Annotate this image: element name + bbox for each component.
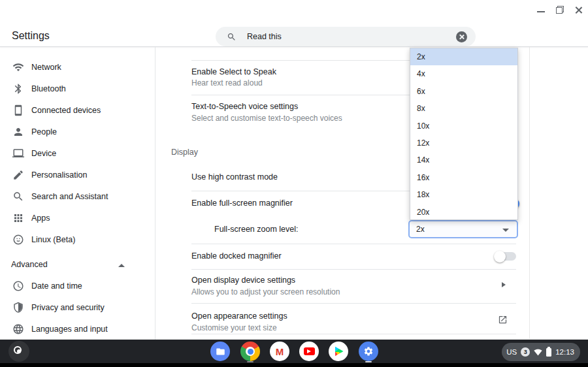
clock-icon (12, 280, 24, 292)
chrome-running-indicator (247, 361, 253, 362)
chromeos-screen: Settings Network Bluetooth Connected dev… (0, 0, 588, 367)
zoom-level-select[interactable]: 2x (408, 220, 518, 238)
search-bar[interactable] (216, 27, 476, 46)
launcher-button[interactable] (8, 341, 29, 362)
appearance-subtitle: Customise your text size (191, 323, 277, 332)
settings-running-indicator (365, 361, 372, 362)
dropdown-option-16x[interactable]: 16x (410, 169, 517, 186)
appearance-title[interactable]: Open appearance settings (191, 311, 287, 321)
zoom-level-label: Full-screen zoom level: (214, 225, 299, 234)
sidebar-item-privacy[interactable]: Privacy and security (0, 299, 150, 316)
close-icon[interactable] (575, 6, 583, 14)
laptop-icon (12, 148, 24, 159)
clock-label: 12:13 (555, 348, 574, 356)
restore-icon[interactable] (556, 6, 564, 14)
dropdown-option-2x[interactable]: 2x (410, 48, 517, 65)
tts-settings-subtitle: Select and customise text-to-speech voic… (191, 114, 342, 123)
search-icon (227, 32, 237, 42)
sidebar-item-network[interactable]: Network (0, 59, 150, 76)
sidebar-item-date-time[interactable]: Date and time (0, 278, 150, 295)
external-link-icon[interactable] (498, 315, 508, 325)
docked-magnifier-title[interactable]: Enable docked magnifier (191, 251, 282, 261)
fullscreen-magnifier-title[interactable]: Enable full-screen magnifier (191, 199, 293, 208)
battery-icon (546, 348, 551, 357)
person-icon (12, 126, 24, 138)
submenu-arrow-icon[interactable] (502, 282, 506, 287)
scrollbar[interactable] (529, 47, 530, 339)
sidebar-item-people[interactable]: People (0, 123, 150, 140)
sidebar-item-languages[interactable]: Languages and input (0, 321, 150, 338)
sidebar-item-personalisation[interactable]: Personalisation (0, 167, 150, 184)
window-controls (537, 4, 583, 16)
status-tray[interactable]: US 3 12:13 (502, 343, 580, 361)
dropdown-option-10x[interactable]: 10x (410, 118, 517, 135)
smartphone-icon (12, 104, 24, 116)
search-icon (12, 191, 24, 202)
penguin-icon (12, 234, 24, 246)
sidebar-item-search-assistant[interactable]: Search and Assistant (0, 188, 150, 205)
sidebar-item-connected-devices[interactable]: Connected devices (0, 102, 150, 119)
toggle-knob (494, 251, 506, 263)
minimize-icon[interactable] (537, 6, 545, 14)
screen-bezel (0, 363, 588, 367)
docked-magnifier-toggle[interactable] (495, 252, 516, 261)
search-input[interactable] (247, 32, 410, 41)
display-device-title[interactable]: Open display device settings (191, 276, 295, 285)
sidebar-item-apps[interactable]: Apps (0, 210, 150, 227)
sidebar-divider (155, 47, 155, 340)
wifi-status-icon (534, 348, 542, 357)
notification-badge: 3 (521, 347, 530, 357)
sidebar-item-linux[interactable]: Linux (Beta) (0, 231, 150, 248)
folder-icon (216, 347, 225, 357)
display-device-subtitle: Allows you to adjust your screen resolut… (191, 287, 340, 296)
dropdown-option-6x[interactable]: 6x (410, 83, 517, 100)
bluetooth-icon (12, 83, 24, 95)
files-app-icon[interactable] (210, 342, 230, 361)
dropdown-option-14x[interactable]: 14x (410, 152, 517, 168)
zoom-level-dropdown-menu: 2x4x6x8x10x12x14x16x18x20x (410, 48, 518, 220)
play-store-app-icon[interactable] (329, 342, 348, 361)
sidebar-item-bluetooth[interactable]: Bluetooth (0, 80, 150, 97)
keyboard-layout-label: US (506, 348, 517, 356)
high-contrast-title[interactable]: Use high contrast mode (191, 172, 278, 182)
dropdown-option-12x[interactable]: 12x (410, 135, 517, 152)
shelf (0, 340, 588, 363)
dropdown-option-18x[interactable]: 18x (410, 186, 517, 203)
play-icon (304, 347, 315, 355)
wifi-icon (12, 61, 24, 73)
dropdown-option-20x[interactable]: 20x (410, 204, 517, 220)
gear-icon (363, 346, 374, 357)
gmail-app-icon[interactable]: M (270, 342, 289, 361)
chevron-up-icon (118, 264, 125, 267)
sidebar-advanced-toggle[interactable]: Advanced (0, 257, 150, 273)
globe-icon (12, 323, 24, 335)
display-section-header: Display (171, 148, 198, 157)
header-divider (0, 46, 588, 47)
chevron-down-icon (502, 229, 509, 232)
dropdown-option-4x[interactable]: 4x (410, 65, 517, 82)
pen-icon (12, 169, 24, 181)
settings-app-icon[interactable] (359, 342, 378, 361)
select-to-speak-subtitle: Hear text read aloud (191, 78, 263, 88)
page-title: Settings (12, 30, 50, 42)
youtube-app-icon[interactable] (299, 342, 319, 361)
tts-settings-title[interactable]: Text-to-Speech voice settings (191, 102, 298, 111)
shield-icon (12, 302, 24, 313)
clear-search-icon[interactable] (456, 31, 467, 42)
dropdown-option-8x[interactable]: 8x (410, 100, 517, 117)
select-to-speak-title[interactable]: Enable Select to Speak (191, 67, 276, 76)
sidebar-item-device[interactable]: Device (0, 145, 150, 162)
chrome-app-icon[interactable] (240, 342, 260, 361)
apps-grid-icon (12, 212, 24, 224)
